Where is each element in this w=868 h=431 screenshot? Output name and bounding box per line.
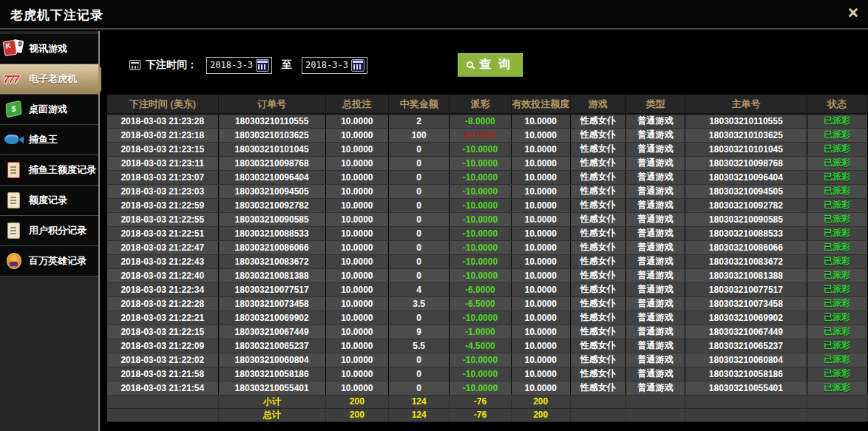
- total-bet: 200: [325, 408, 388, 421]
- title-bar: 老虎机下注记录 ✕: [0, 0, 868, 30]
- cell-total-bet: 10.0000: [325, 142, 388, 156]
- fish-icon: [4, 130, 24, 149]
- cell-type: 普通游戏: [625, 325, 685, 339]
- cell-main-order: 180303210101045: [685, 142, 807, 156]
- cell-payout: -10.0000: [450, 310, 511, 325]
- cell-status: 已派彩: [807, 268, 867, 282]
- close-icon[interactable]: ✕: [847, 4, 859, 21]
- cell-win-amount: 0: [389, 353, 450, 367]
- cell-type: 普通游戏: [625, 114, 685, 128]
- cell-order-no: 180303210060804: [218, 353, 325, 367]
- cell-main-order: 180303210069902: [685, 310, 807, 325]
- col-header-order-no: 订单号: [218, 95, 325, 114]
- cell-valid-bet: 10.0000: [511, 339, 570, 353]
- records-table-container: 下注时间 (美东) 订单号 总投注 中奖金额 派彩 有效投注额度 游戏 类型 主…: [107, 95, 868, 422]
- cell-type: 普通游戏: [625, 170, 685, 184]
- slot-777-icon: [4, 69, 24, 89]
- points-doc-icon: [4, 221, 24, 240]
- sidebar-item[interactable]: 捕鱼王: [0, 125, 98, 155]
- col-header-total-bet: 总投注: [325, 95, 388, 114]
- cell-bet-time: 2018-03-03 21:22:02: [107, 353, 218, 367]
- end-date-box: [302, 57, 367, 74]
- cell-order-no: 180303210096404: [218, 170, 325, 184]
- cell-type: 普通游戏: [625, 268, 685, 282]
- cell-win-amount: 0: [389, 212, 450, 226]
- cell-win-amount: 0: [389, 240, 450, 254]
- total-row: 小计 200 124 -76 200: [107, 395, 868, 408]
- start-date-calendar-button[interactable]: [256, 59, 269, 72]
- sidebar-item[interactable]: 用户积分记录: [0, 216, 98, 246]
- cell-valid-bet: 10.0000: [511, 156, 570, 170]
- cell-game: 性感女仆: [570, 114, 625, 128]
- table-row: 2018-03-03 21:21:58 180303210058186 10.0…: [107, 367, 868, 381]
- cell-order-no: 180303210103625: [218, 128, 325, 142]
- page-title: 老虎机下注记录: [10, 7, 104, 24]
- calendar-icon: [129, 60, 140, 70]
- cell-type: 普通游戏: [625, 198, 685, 212]
- cell-main-order: 180303210081388: [685, 268, 807, 282]
- cell-total-bet: 10.0000: [325, 240, 388, 254]
- cell-bet-time: 2018-03-03 21:23:07: [107, 170, 218, 184]
- cell-win-amount: 3.5: [389, 296, 450, 310]
- cell-win-amount: 9: [389, 325, 450, 339]
- cell-type: 普通游戏: [625, 240, 685, 254]
- cell-order-no: 180303210058186: [218, 367, 325, 381]
- cell-status: 已派彩: [807, 367, 867, 381]
- col-header-game: 游戏: [570, 95, 625, 114]
- sidebar-item[interactable]: 额度记录: [0, 186, 98, 216]
- end-date-input[interactable]: [302, 60, 351, 70]
- search-button[interactable]: 查 询: [458, 53, 523, 77]
- cell-order-no: 180303210094505: [218, 184, 325, 198]
- end-date-calendar-button[interactable]: [351, 59, 365, 72]
- cell-bet-time: 2018-03-03 21:23:15: [107, 142, 218, 156]
- cell-type: 普通游戏: [625, 296, 685, 310]
- cell-total-bet: 10.0000: [325, 296, 388, 310]
- sidebar-item-label: 视讯游戏: [29, 42, 67, 55]
- cell-order-no: 180303210077517: [218, 282, 325, 296]
- sidebar-item[interactable]: 视讯游戏: [0, 34, 98, 64]
- cell-game: 性感女仆: [570, 198, 625, 212]
- total-win: 124: [389, 408, 450, 421]
- sidebar-item[interactable]: 百万英雄记录: [0, 246, 98, 276]
- cell-valid-bet: 10.0000: [511, 198, 570, 212]
- sidebar: 视讯游戏 电子老虎机 桌面游戏 捕鱼王 捕鱼王额度记录: [0, 31, 100, 431]
- start-date-input[interactable]: [207, 60, 256, 70]
- cell-total-bet: 10.0000: [325, 282, 388, 296]
- cell-status: 已派彩: [807, 339, 867, 353]
- cell-total-bet: 10.0000: [325, 198, 388, 212]
- cell-main-order: 180303210103625: [685, 128, 807, 142]
- cell-status: 已派彩: [807, 296, 867, 310]
- cell-win-amount: 4: [389, 282, 450, 296]
- total-label: 总计: [218, 408, 325, 421]
- cell-total-bet: 10.0000: [325, 268, 388, 282]
- cell-game: 性感女仆: [570, 310, 625, 325]
- cell-valid-bet: 10.0000: [511, 240, 570, 254]
- cell-type: 普通游戏: [625, 254, 685, 268]
- table-row: 2018-03-03 21:23:28 180303210110555 10.0…: [107, 114, 868, 128]
- sidebar-item[interactable]: 桌面游戏: [0, 95, 98, 125]
- table-row: 2018-03-03 21:23:18 180303210103625 10.0…: [107, 128, 868, 142]
- cell-win-amount: 0: [389, 268, 450, 282]
- sidebar-item[interactable]: 捕鱼王额度记录: [0, 155, 98, 186]
- table-row: 2018-03-03 21:22:59 180303210092782 10.0…: [107, 198, 868, 212]
- cell-game: 性感女仆: [570, 156, 625, 170]
- cell-main-order: 180303210065237: [685, 339, 807, 353]
- cell-payout: 80.0000: [450, 128, 511, 142]
- cell-payout: -10.0000: [450, 254, 511, 268]
- bet-time-label: 下注时间：: [146, 58, 197, 72]
- cell-win-amount: 5.5: [389, 339, 450, 353]
- cell-order-no: 180303210092782: [218, 198, 325, 212]
- cell-total-bet: 10.0000: [325, 212, 388, 226]
- cell-total-bet: 10.0000: [325, 254, 388, 268]
- cell-valid-bet: 10.0000: [511, 367, 570, 381]
- cell-game: 性感女仆: [570, 226, 625, 240]
- cell-status: 已派彩: [807, 310, 867, 325]
- table-row: 2018-03-03 21:22:34 180303210077517 10.0…: [107, 282, 868, 296]
- cell-valid-bet: 10.0000: [511, 254, 570, 268]
- cell-main-order: 180303210088533: [685, 226, 807, 240]
- sidebar-item[interactable]: 电子老虎机: [0, 64, 98, 95]
- cell-type: 普通游戏: [625, 353, 685, 367]
- cell-total-bet: 10.0000: [325, 310, 388, 325]
- cell-total-bet: 10.0000: [325, 170, 388, 184]
- cell-status: 已派彩: [807, 128, 867, 142]
